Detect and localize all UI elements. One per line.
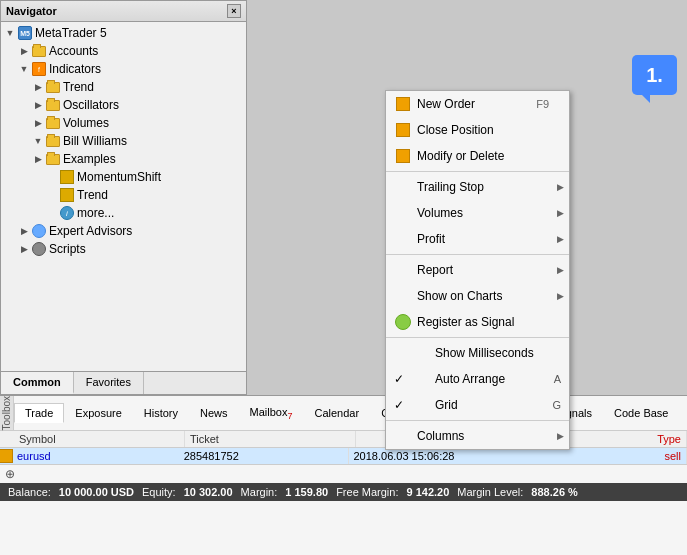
menu-separator-2 <box>386 254 569 255</box>
expander-icon: ▶ <box>31 98 45 112</box>
tab-favorites[interactable]: Favorites <box>74 372 144 394</box>
expander-icon: ▶ <box>17 44 31 58</box>
tree-item-indicators[interactable]: ▼ f Indicators <box>3 60 244 78</box>
tab-mailbox[interactable]: Mailbox7 <box>239 402 304 425</box>
expander-icon: ▼ <box>31 134 45 148</box>
col-symbol: Symbol <box>14 431 185 447</box>
tree-label: Accounts <box>49 44 98 58</box>
tab-news[interactable]: News <box>189 403 239 423</box>
menu-item-show-milliseconds[interactable]: Show Milliseconds <box>386 340 569 366</box>
menu-item-register-signal[interactable]: Register as Signal <box>386 309 569 335</box>
expander-icon: ▶ <box>31 152 45 166</box>
empty-icon <box>394 204 412 222</box>
tree-item-oscillators[interactable]: ▶ Oscillators <box>3 96 244 114</box>
expander-icon: ▶ <box>31 80 45 94</box>
menu-item-label: Trailing Stop <box>417 180 484 194</box>
menu-item-label: Grid <box>435 398 458 412</box>
expander-icon: ▶ <box>31 116 45 130</box>
menu-item-close-position[interactable]: Close Position <box>386 117 569 143</box>
tree-label: Trend <box>77 188 108 202</box>
tree-item-trend[interactable]: ▶ Trend <box>3 78 244 96</box>
navigator-panel: Navigator × ▼ M5 MetaTrader 5 ▶ Accounts <box>0 0 247 395</box>
menu-item-label: New Order <box>417 97 475 111</box>
tree-label: Bill Williams <box>63 134 127 148</box>
empty-icon <box>394 230 412 248</box>
menu-separator-3 <box>386 337 569 338</box>
folder-icon <box>45 97 61 113</box>
trade-table-header: Symbol Ticket Type <box>0 431 687 448</box>
mailbox-badge: 7 <box>287 411 292 421</box>
margin-level-label: Margin Level: <box>457 486 523 498</box>
balance-value: 10 000.00 USD <box>59 486 134 498</box>
empty-icon <box>412 344 430 362</box>
empty-icon <box>412 396 430 414</box>
check-icon: ✓ <box>394 372 410 386</box>
empty-icon <box>394 287 412 305</box>
expander-icon: ▼ <box>17 62 31 76</box>
mt5-icon: M5 <box>17 25 33 41</box>
free-margin-label: Free Margin: <box>336 486 398 498</box>
tree-label: MomentumShift <box>77 170 161 184</box>
folder-icon <box>45 115 61 131</box>
tree-item-accounts[interactable]: ▶ Accounts <box>3 42 244 60</box>
tree-item-trend2[interactable]: ▶ Trend <box>3 186 244 204</box>
menu-item-grid[interactable]: ✓ Grid G <box>386 392 569 418</box>
menu-item-volumes[interactable]: Volumes <box>386 200 569 226</box>
balance-label: Balance: <box>8 486 51 498</box>
col-ticket: Ticket <box>185 431 356 447</box>
navigator-tabs: Common Favorites <box>1 371 246 394</box>
toolbox-label: Toolbox <box>1 396 12 430</box>
menu-item-label: Report <box>417 263 453 277</box>
expander-icon: ▼ <box>3 26 17 40</box>
col-type: Type <box>569 431 687 447</box>
menu-item-modify-delete[interactable]: Modify or Delete <box>386 143 569 169</box>
tab-exposure[interactable]: Exposure <box>64 403 132 423</box>
tree-item-more[interactable]: ▶ i more... <box>3 204 244 222</box>
empty-icon <box>394 427 412 445</box>
tab-history[interactable]: History <box>133 403 189 423</box>
tree-item-volumes[interactable]: ▶ Volumes <box>3 114 244 132</box>
expert-icon <box>31 223 47 239</box>
expander-icon: ▶ <box>17 224 31 238</box>
tab-common[interactable]: Common <box>1 372 74 394</box>
tree-label: more... <box>77 206 114 220</box>
tree-item-bill-williams[interactable]: ▼ Bill Williams <box>3 132 244 150</box>
tree-item-scripts[interactable]: ▶ Scripts <box>3 240 244 258</box>
tree-label: MetaTrader 5 <box>35 26 107 40</box>
margin-level-value: 888.26 % <box>531 486 577 498</box>
menu-item-new-order[interactable]: New Order F9 <box>386 91 569 117</box>
context-menu: New Order F9 Close Position Modify or De… <box>385 90 570 450</box>
more-icon: i <box>59 205 75 221</box>
tree-label: Expert Advisors <box>49 224 132 238</box>
tree-label: Indicators <box>49 62 101 76</box>
table-row[interactable]: eurusd 285481752 2018.06.03 15:06:28 sel… <box>0 448 687 465</box>
tab-codebase[interactable]: Code Base <box>603 403 679 423</box>
menu-item-label: Columns <box>417 429 464 443</box>
tree-label: Scripts <box>49 242 86 256</box>
menu-item-report[interactable]: Report <box>386 257 569 283</box>
add-row-button[interactable]: ⊕ <box>0 465 687 483</box>
indicator-icon <box>59 169 75 185</box>
equity-value: 10 302.00 <box>184 486 233 498</box>
tree-label: Examples <box>63 152 116 166</box>
cell-type: sell <box>570 448 687 464</box>
cell-ticket: 285481752 <box>179 448 349 464</box>
menu-item-profit[interactable]: Profit <box>386 226 569 252</box>
indicator-icon: f <box>31 61 47 77</box>
tab-calendar[interactable]: Calendar <box>303 403 370 423</box>
tree-item-examples[interactable]: ▶ Examples <box>3 150 244 168</box>
menu-item-show-on-charts[interactable]: Show on Charts <box>386 283 569 309</box>
tree-item-momentumshift[interactable]: ▶ MomentumShift <box>3 168 244 186</box>
navigator-close-button[interactable]: × <box>227 4 241 18</box>
tab-trade[interactable]: Trade <box>14 403 64 423</box>
menu-item-label: Profit <box>417 232 445 246</box>
tree-item-metatrader5[interactable]: ▼ M5 MetaTrader 5 <box>3 24 244 42</box>
navigator-tree: ▼ M5 MetaTrader 5 ▶ Accounts ▼ f <box>1 22 246 371</box>
tree-item-expert-advisors[interactable]: ▶ Expert Advisors <box>3 222 244 240</box>
menu-item-auto-arrange[interactable]: ✓ Auto Arrange A <box>386 366 569 392</box>
menu-item-columns[interactable]: Columns <box>386 423 569 449</box>
free-margin-value: 9 142.20 <box>406 486 449 498</box>
symbol-value: eurusd <box>17 450 51 462</box>
equity-label: Equity: <box>142 486 176 498</box>
menu-item-trailing-stop[interactable]: Trailing Stop <box>386 174 569 200</box>
